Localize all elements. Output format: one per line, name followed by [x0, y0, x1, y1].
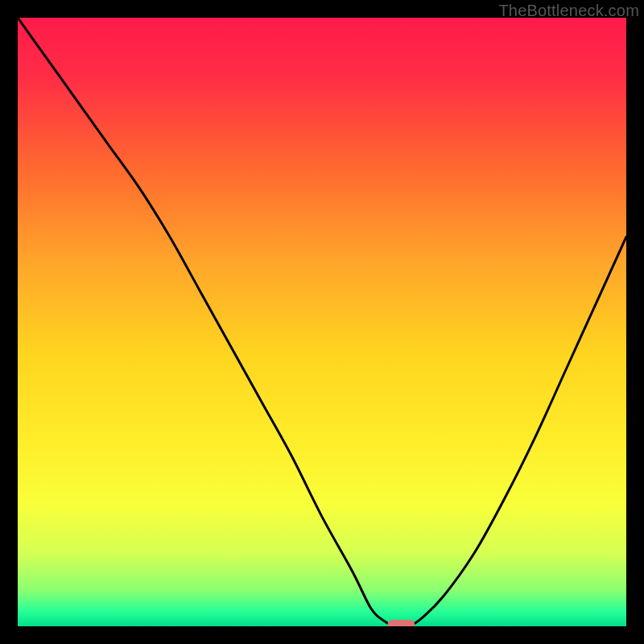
bottleneck-chart [18, 18, 626, 626]
plot-area [18, 18, 626, 626]
minimum-marker [387, 620, 415, 626]
gradient-background [18, 18, 626, 626]
chart-frame: TheBottleneck.com [0, 0, 644, 644]
